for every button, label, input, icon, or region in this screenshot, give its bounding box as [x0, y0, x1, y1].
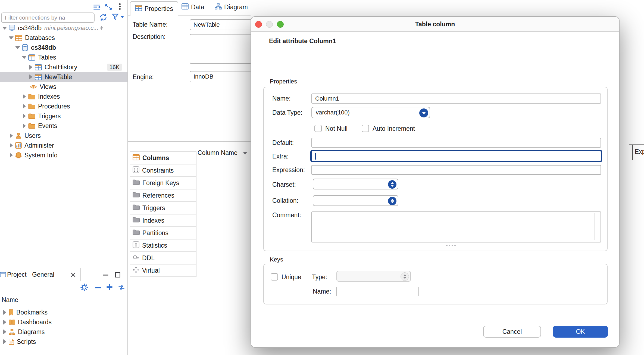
tree-item-events[interactable]: Events [0, 121, 127, 131]
chevron-right-icon[interactable] [7, 143, 15, 148]
section-columns[interactable]: Columns [130, 152, 196, 164]
project-item-dashboards[interactable]: Dashboards [0, 317, 127, 327]
tree-item-chathistory[interactable]: ChatHistory 16K [0, 62, 127, 72]
expression-input[interactable] [311, 165, 601, 175]
section-constraints[interactable]: Constraints [130, 164, 196, 177]
section-label: Triggers [142, 204, 165, 212]
add-item-icon[interactable] [105, 283, 114, 292]
comment-scrollbar[interactable] [594, 213, 595, 240]
properties-group-label: Properties [270, 78, 297, 85]
tab-properties[interactable]: Properties [130, 1, 178, 16]
jump-to-icon[interactable] [117, 284, 126, 292]
chevron-right-icon[interactable] [1, 320, 9, 325]
sort-caret-icon[interactable] [243, 152, 247, 155]
section-virtual[interactable]: Virtual [130, 264, 196, 277]
tree-item-indexes[interactable]: Indexes [0, 92, 127, 101]
tree-item-users[interactable]: Users [0, 131, 127, 141]
project-item-bookmarks[interactable]: Bookmarks [0, 307, 127, 317]
chevron-right-icon[interactable] [20, 123, 28, 128]
section-partitions[interactable]: Partitions [130, 227, 196, 239]
kebab-menu-icon[interactable] [119, 3, 121, 5]
folder-icon [133, 204, 140, 212]
tree-item-connection[interactable]: cs348db mini.peisongxiao.c... [0, 23, 127, 33]
cancel-button[interactable]: Cancel [483, 326, 541, 338]
chevron-right-icon[interactable] [7, 153, 15, 158]
filter-connections-input[interactable] [1, 13, 95, 23]
remove-item-icon[interactable] [94, 284, 102, 292]
resize-grip-icon[interactable] [446, 245, 448, 246]
stepper-icon[interactable] [401, 272, 409, 281]
chevron-down-icon[interactable] [20, 56, 28, 59]
expression-header-fragment: Expr [635, 148, 644, 155]
filter-options-icon[interactable] [112, 14, 124, 21]
chevron-down-icon[interactable] [14, 46, 22, 49]
chevron-right-icon[interactable] [20, 104, 28, 109]
tree-item-label: System Info [24, 152, 57, 159]
close-icon[interactable] [70, 272, 76, 279]
tree-item-system-info[interactable]: System Info [0, 150, 127, 160]
gear-icon[interactable] [80, 283, 89, 293]
collation-combo[interactable] [313, 195, 398, 206]
maximize-panel-icon[interactable] [114, 271, 121, 279]
extra-input[interactable] [310, 150, 602, 162]
ok-button[interactable]: OK [553, 326, 608, 338]
project-item-label: Bookmarks [16, 309, 48, 316]
chevron-down-icon[interactable] [419, 108, 428, 117]
project-item-scripts[interactable]: Scripts [0, 337, 127, 347]
collapse-all-icon[interactable] [93, 3, 101, 12]
key-name-input[interactable] [336, 287, 419, 296]
column-name-input[interactable] [311, 94, 601, 104]
chevron-right-icon[interactable] [1, 339, 9, 344]
tree-item-triggers[interactable]: Triggers [0, 111, 127, 121]
tree-item-tables[interactable]: Tables [0, 52, 127, 62]
stepper-icon[interactable] [388, 197, 396, 205]
folder-icon [28, 113, 35, 119]
charset-combo[interactable] [313, 179, 398, 189]
chevron-right-icon[interactable] [20, 94, 28, 99]
chevron-down-icon[interactable] [7, 36, 15, 39]
tab-diagram[interactable]: Diagram [215, 3, 248, 11]
description-label: Description: [133, 33, 165, 41]
auto-increment-checkbox[interactable] [362, 125, 369, 132]
editor-divider [128, 141, 251, 142]
section-indexes[interactable]: Indexes [130, 214, 196, 227]
section-references[interactable]: References [130, 189, 196, 202]
comment-textarea[interactable] [311, 211, 601, 242]
data-type-label: Data Type: [272, 109, 302, 116]
section-foreign-keys[interactable]: Foreign Keys [130, 177, 196, 189]
tree-item-databases[interactable]: Databases [0, 33, 127, 43]
expand-panels-icon[interactable] [104, 3, 112, 12]
chevron-right-icon[interactable] [7, 133, 15, 138]
section-ddl[interactable]: DDL [130, 252, 196, 264]
tab-label: Data [191, 4, 204, 11]
default-input[interactable] [311, 138, 601, 148]
tree-item-administer[interactable]: Administer [0, 141, 127, 150]
tree-item-procedures[interactable]: Procedures [0, 101, 127, 111]
project-tab-title[interactable]: Project - General [7, 271, 54, 278]
section-label: Columns [142, 154, 169, 162]
section-statistics[interactable]: Statistics [130, 239, 196, 252]
tab-data[interactable]: Data [182, 3, 204, 11]
tree-item-newtable[interactable]: NewTable [0, 72, 127, 82]
not-null-checkbox[interactable] [314, 125, 322, 132]
chevron-right-icon[interactable] [1, 310, 9, 315]
stepper-icon[interactable] [388, 180, 396, 189]
section-triggers[interactable]: Triggers [130, 202, 196, 214]
tree-item-views[interactable]: Views [0, 82, 127, 92]
chevron-right-icon[interactable] [1, 329, 9, 334]
refresh-schemas-icon[interactable] [99, 13, 108, 23]
column-name-header[interactable]: Column Name [198, 149, 237, 157]
data-type-value: varchar(100) [316, 109, 350, 116]
tree-item-label: Triggers [38, 113, 61, 120]
tree-item-schema-cs348db[interactable]: cs348db [0, 43, 127, 52]
chevron-down-icon[interactable] [1, 27, 9, 30]
dialog-titlebar[interactable]: Table column [251, 17, 619, 32]
minimize-panel-icon[interactable] [102, 271, 109, 279]
key-type-combo[interactable] [336, 271, 411, 282]
data-type-combo[interactable]: varchar(100) [311, 107, 430, 118]
chevron-right-icon[interactable] [27, 74, 35, 79]
chevron-right-icon[interactable] [27, 65, 35, 70]
project-item-diagrams[interactable]: Diagrams [0, 327, 127, 337]
unique-checkbox[interactable] [271, 273, 278, 281]
chevron-right-icon[interactable] [20, 114, 28, 119]
